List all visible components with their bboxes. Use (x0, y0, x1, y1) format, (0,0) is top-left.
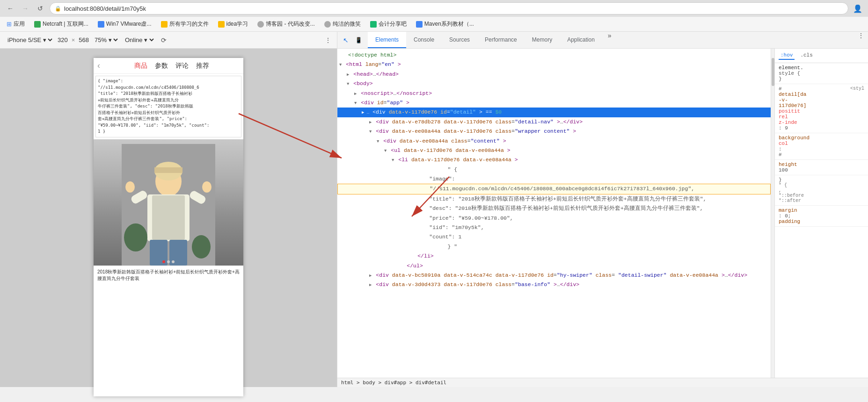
smile-icon (324, 21, 331, 28)
tab-performance[interactable]: Performance (477, 32, 525, 48)
html-detail-nav-line[interactable]: <div data-v-e78db278 data-v-117d0e76 cla… (337, 117, 771, 127)
devtools-more-icon[interactable]: » (604, 32, 615, 48)
cursor-tool-icon[interactable]: ↖ (341, 36, 350, 44)
html-head-line[interactable]: <head>…</head> (337, 70, 771, 79)
bookmarks-bar: ⊞ 应用 Netcraft | 互联网... Win7 VMware虚... 所… (0, 17, 868, 32)
html-title-line: "title": "2018秋季新款韩版百搭格子长袖衬衫+前短后长针织气质开衫外… (337, 194, 771, 204)
browser-window: ← → ↺ 🔒 localhost:8080/detail/1m70y5k 👤 … (0, 0, 868, 387)
idea-icon (218, 21, 225, 28)
profile-button[interactable]: 👤 (851, 2, 864, 15)
element-selector: element. (779, 65, 803, 71)
elements-scrollbar[interactable] (771, 49, 774, 378)
tab-memory[interactable]: Memory (525, 32, 560, 48)
html-noscript-line[interactable]: <noscript>…</noscript> (337, 89, 771, 98)
html-count-line: "count": 1 (337, 232, 771, 242)
maven-icon (416, 21, 423, 28)
html-div-app-line[interactable]: <div id="app" > (337, 98, 771, 108)
height-value: 568 (79, 36, 89, 43)
devtools-content-area: <!doctype html> <html lang="en" > <head>… (337, 49, 868, 378)
html-content-div-line[interactable]: <div data-v-ee08a44a class="content" > (337, 136, 771, 146)
device-emulation-icon[interactable]: 📱 (353, 37, 364, 43)
html-desc-line: "desc": "2018秋季新款韩版百搭格子长袖衬衫+前短后长针织气质开衫外套… (337, 204, 771, 213)
product-image-area (94, 139, 243, 266)
svg-point-10 (125, 181, 135, 193)
lock-icon: 🔒 (55, 6, 61, 12)
breadcrumb-text: html > body > div#app > div#detail (341, 380, 446, 386)
device-toolbar: iPhone 5/SE ▾ 320 × 568 75% ▾ Online ▾ ⟳… (0, 32, 337, 49)
html-ul-line[interactable]: <ul data-v-117d0e76 data-v-ee08a44a > (337, 146, 771, 155)
mobile-nav-params[interactable]: 参数 (155, 62, 168, 70)
mobile-nav-reviews[interactable]: 评论 (175, 62, 189, 70)
html-base-info-line[interactable]: <div data-v-3d0d4373 data-v-117d0e76 cla… (337, 280, 771, 289)
devtools-settings-icon[interactable]: ⋮ (854, 32, 868, 48)
styles-background-rule: background col : # (775, 133, 868, 160)
dim-separator: × (72, 36, 75, 43)
bookmark-apps[interactable]: ⊞ 应用 (4, 19, 28, 29)
back-button[interactable]: ← (4, 2, 17, 15)
styles-hov-tab[interactable]: :hov (779, 51, 795, 60)
styles-cls-tab[interactable]: .cls (798, 51, 814, 60)
html-text-brace-line: " { (337, 165, 771, 174)
html-html-line[interactable]: <html lang="en" > (337, 60, 771, 69)
bookmark-blog[interactable]: 博客园 - 代码改变... (255, 19, 318, 29)
svg-rect-7 (152, 195, 185, 240)
bookmark-win7vm[interactable]: Win7 VMware虚... (95, 19, 154, 29)
rotate-icon[interactable]: ⟳ (161, 36, 167, 44)
styles-detail-rule: # <styl detail[da -v- 117d0e76] positit … (775, 84, 868, 133)
bookmark-smile[interactable]: 纯洁的微笑 (321, 19, 364, 29)
bookmark-netcraft[interactable]: Netcraft | 互联网... (31, 19, 91, 29)
device-select[interactable]: iPhone 5/SE ▾ (6, 36, 54, 44)
mobile-nav-goods[interactable]: 商品 (134, 62, 147, 70)
width-value: 320 (58, 36, 68, 43)
devtools-panel: ↖ 📱 Elements Console Sources Performance… (337, 32, 868, 387)
elements-panel: <!doctype html> <html lang="en" > <head>… (337, 49, 771, 378)
mobile-nav-recommend[interactable]: 推荐 (196, 62, 209, 70)
more-options-icon[interactable]: ⋮ (325, 36, 331, 44)
html-body-line[interactable]: <body> (337, 79, 771, 88)
tab-elements[interactable]: Elements (368, 32, 406, 48)
styl-source[interactable]: <styl (850, 86, 864, 91)
html-doctype-line: <!doctype html> (337, 50, 771, 60)
bookmark-idea[interactable]: idea学习 (215, 19, 251, 29)
bookmark-maven[interactable]: Maven系列教材（... (413, 19, 477, 29)
title-bar: ← → ↺ 🔒 localhost:8080/detail/1m70y5k 👤 (0, 0, 868, 17)
svg-point-14 (124, 223, 147, 251)
styles-pseudo-before: } * { , *::before *::after (775, 175, 868, 206)
mobile-frame: ‹ 商品 参数 评论 推荐 { "image": "//s11.mogucdn.… (94, 58, 243, 396)
html-ul-close-line[interactable]: </ul> (337, 261, 771, 271)
html-wrapper-line[interactable]: <div data-v-ee08a44a data-v-117d0e76 cla… (337, 127, 771, 136)
json-preview-box: { "image": "//s11.mogucdn.com/mlcdn/c454… (95, 76, 241, 137)
html-li-close-line[interactable]: </li> (337, 251, 771, 261)
devtools-tab-bar: ↖ 📱 Elements Console Sources Performance… (337, 32, 868, 49)
html-image-value-line: "//s11.mogucdn.com/mlcdn/c45406/180808_6… (337, 184, 771, 194)
styles-element-rule: element. style { } (775, 63, 868, 84)
account-icon (370, 21, 377, 28)
scrollbar-thumb[interactable] (772, 58, 774, 86)
mobile-viewport: iPhone 5/SE ▾ 320 × 568 75% ▾ Online ▾ ⟳… (0, 32, 337, 387)
address-bar[interactable]: 🔒 localhost:8080/detail/1m70y5k (50, 2, 848, 14)
mobile-back-button[interactable]: ‹ (97, 61, 100, 71)
bookmark-study[interactable]: 所有学习的文件 (158, 19, 212, 29)
tab-console[interactable]: Console (406, 32, 442, 48)
mobile-nav-bar: ‹ 商品 参数 评论 推荐 (94, 58, 243, 74)
svg-point-11 (202, 181, 212, 193)
detail-selector: # (779, 86, 782, 92)
html-li-line[interactable]: <li data-v-117d0e76 data-v-ee08a44a > (337, 155, 771, 165)
html-swiper-line[interactable]: <div data-v-bc58910a data-v-514ca74c dat… (337, 271, 771, 280)
html-div-detail-line[interactable]: ▶ … <div data-v-117d0e76 id="detail" > =… (337, 108, 771, 117)
bookmark-account[interactable]: 会计分享吧 (367, 19, 409, 29)
styles-panel-header: :hov .cls (775, 49, 868, 63)
zoom-select[interactable]: 75% ▾ (93, 36, 119, 44)
reload-button[interactable]: ↺ (34, 2, 47, 15)
svg-point-15 (192, 235, 211, 258)
network-select[interactable]: Online ▾ (123, 36, 155, 44)
tab-application[interactable]: Application (560, 32, 602, 48)
apps-icon: ⊞ (7, 21, 12, 28)
svg-rect-5 (154, 167, 182, 173)
tab-sources[interactable]: Sources (442, 32, 477, 48)
forward-button[interactable]: → (19, 2, 32, 15)
html-close-brace-line: } " (337, 242, 771, 251)
study-icon (161, 21, 168, 28)
html-price-line: "price": "¥59.00~¥178.00", (337, 214, 771, 223)
win7vm-icon (98, 21, 104, 28)
